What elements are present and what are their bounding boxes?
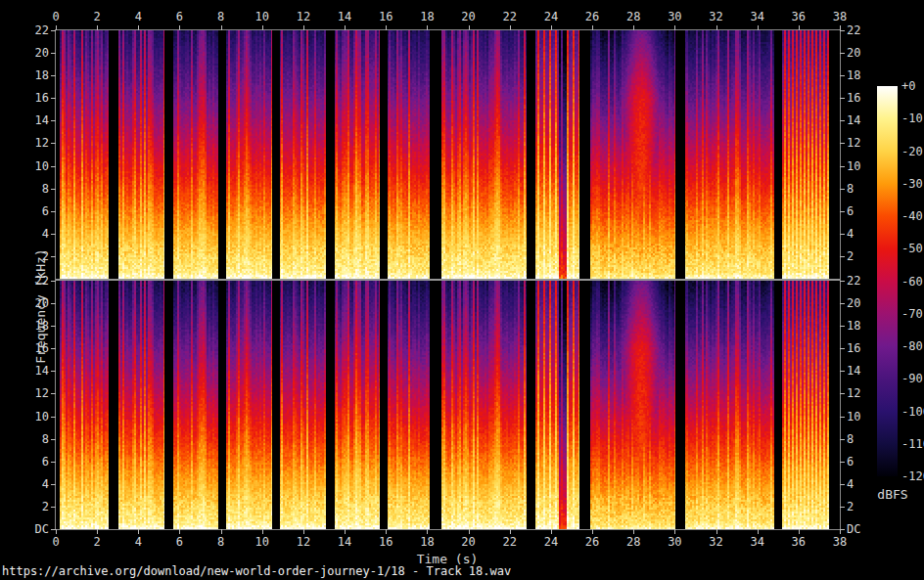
y-tick (51, 303, 56, 304)
x-tick (138, 529, 139, 534)
y-tick (840, 529, 845, 530)
x-tick-label: 8 (217, 536, 224, 549)
y-tick (840, 393, 845, 394)
x-tick-label: 12 (297, 11, 310, 23)
y-tick-label: 12 (8, 387, 49, 400)
x-tick-label: 20 (461, 11, 475, 23)
y-tick-label: 2 (847, 500, 854, 513)
x-tick (345, 25, 346, 30)
colorbar-tick-label: -70 (901, 307, 923, 320)
x-tick-label: 22 (503, 536, 517, 549)
x-tick (345, 529, 346, 534)
y-tick (840, 371, 845, 372)
x-tick-label: 24 (544, 536, 558, 549)
y-tick (840, 120, 845, 121)
colorbar-tick-label: -10 (901, 112, 923, 125)
y-tick-label: 12 (847, 137, 860, 150)
y-tick (51, 120, 56, 121)
x-tick-label: 38 (833, 536, 847, 549)
x-tick (469, 25, 470, 30)
colorbar-tick-label: -110 (901, 437, 924, 450)
y-tick-label: 10 (8, 159, 49, 172)
spectrogram-canvas (56, 30, 840, 529)
y-tick (840, 98, 845, 99)
y-tick (840, 417, 845, 418)
x-tick (262, 25, 263, 30)
x-tick-label: 24 (544, 11, 558, 23)
y-tick (840, 75, 845, 76)
x-tick (633, 25, 634, 30)
y-tick (51, 30, 56, 31)
y-tick-label: 6 (847, 204, 854, 217)
y-tick (840, 166, 845, 167)
y-tick (840, 462, 845, 463)
x-tick-label: 14 (338, 536, 351, 549)
y-tick-label: 14 (847, 365, 860, 378)
y-tick (51, 439, 56, 440)
y-tick-label: 22 (847, 275, 860, 288)
colorbar-tick-label: -40 (901, 210, 923, 223)
y-tick (51, 281, 56, 282)
colorbar-tick-label: -120 (901, 470, 924, 483)
colorbar-tick-label: -100 (901, 405, 924, 418)
y-tick-label: 12 (847, 387, 860, 400)
y-tick (840, 211, 845, 212)
x-tick-label: 18 (420, 536, 434, 549)
x-tick (592, 529, 593, 534)
x-tick-label: 34 (750, 536, 763, 549)
x-tick-label: 10 (255, 536, 269, 549)
y-tick (51, 98, 56, 99)
x-tick (179, 25, 180, 30)
colorbar-tick-label: -90 (901, 373, 923, 385)
x-tick-label: 14 (338, 11, 351, 23)
y-tick-label: 10 (8, 410, 49, 423)
y-tick (51, 417, 56, 418)
x-tick (551, 25, 552, 30)
y-tick-label: DC (847, 523, 860, 536)
colorbar (877, 86, 898, 476)
y-tick-label: 18 (847, 69, 860, 82)
y-tick-label: 10 (847, 410, 860, 423)
x-tick-label: 18 (420, 11, 434, 23)
x-tick-label: 4 (135, 536, 142, 549)
y-tick-label: 4 (8, 227, 49, 240)
y-tick (51, 348, 56, 349)
y-tick-label: 8 (8, 432, 49, 445)
y-tick (51, 75, 56, 76)
y-tick (51, 326, 56, 327)
y-tick (840, 348, 845, 349)
x-tick (262, 529, 263, 534)
y-tick-label: 14 (847, 114, 860, 127)
y-tick-label: 12 (8, 137, 49, 150)
x-tick-label: 34 (750, 11, 763, 23)
x-tick-label: 10 (255, 11, 269, 23)
y-tick (840, 303, 845, 304)
x-tick (97, 529, 98, 534)
x-tick-label: 32 (709, 536, 722, 549)
x-tick (510, 529, 511, 534)
x-tick (56, 529, 57, 534)
colorbar-tick-label: -60 (901, 275, 923, 288)
x-tick-label: 2 (94, 536, 101, 549)
x-tick (716, 25, 717, 30)
x-tick (551, 529, 552, 534)
y-tick (51, 166, 56, 167)
y-tick-label: 20 (8, 47, 49, 60)
colorbar-tick-label: -50 (901, 243, 923, 255)
x-tick-label: 12 (297, 536, 310, 549)
x-tick (427, 25, 428, 30)
x-tick-label: 16 (379, 11, 393, 23)
y-tick (840, 326, 845, 327)
x-tick (386, 25, 387, 30)
y-tick-label: 20 (847, 47, 860, 60)
y-tick (51, 484, 56, 485)
x-tick (633, 529, 634, 534)
x-tick (510, 25, 511, 30)
y-tick (840, 439, 845, 440)
y-tick-label: 2 (847, 249, 854, 262)
y-tick-label: 22 (847, 24, 860, 37)
y-tick-label: 8 (847, 182, 854, 195)
colorbar-tick-label: -30 (901, 177, 923, 190)
y-tick-label: 4 (847, 477, 854, 490)
y-tick (840, 234, 845, 235)
